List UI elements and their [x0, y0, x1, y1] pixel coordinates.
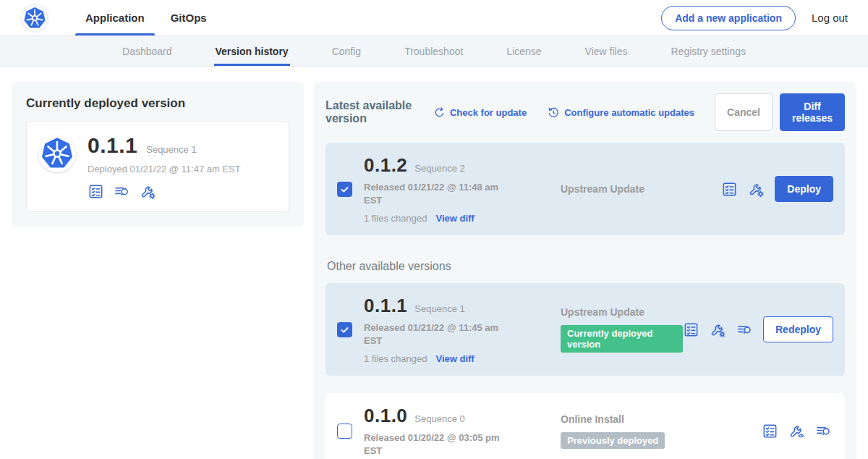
redeploy-button[interactable]: Redeploy: [763, 316, 833, 342]
refresh-icon: [433, 106, 446, 119]
top-navigation: Application GitOps Add a new application…: [0, 0, 868, 36]
release-notes-icon[interactable]: [683, 321, 699, 338]
view-diff-link[interactable]: View diff: [435, 353, 474, 364]
config-icon[interactable]: [748, 181, 765, 198]
configure-auto-updates-link[interactable]: Configure automatic updates: [547, 106, 694, 119]
logout-button[interactable]: Log out: [812, 12, 848, 24]
subnav-tab-config[interactable]: Config: [332, 36, 361, 66]
version-row-0-1-2: 0.1.2 Sequence 2 Released 01/21/22 @ 11:…: [326, 143, 845, 235]
version-history-panel: Latest available version Check for updat…: [314, 82, 856, 459]
version-source-label: Upstream Update: [561, 306, 683, 318]
version-checkbox[interactable]: [337, 182, 352, 197]
version-checkbox[interactable]: [337, 424, 352, 439]
sequence-label: Sequence 1: [414, 303, 464, 314]
deployed-panel-title: Currently deployed version: [26, 96, 289, 111]
files-changed-label: 1 files changed: [364, 213, 427, 224]
kubernetes-logo: [20, 4, 49, 33]
add-application-button[interactable]: Add a new application: [661, 6, 796, 30]
version-number: 0.1.0: [364, 405, 407, 427]
deploy-logs-icon[interactable]: [815, 423, 832, 439]
view-diff-link[interactable]: View diff: [435, 213, 474, 224]
currently-deployed-panel: Currently deployed version 0.1.1 Sequenc…: [12, 82, 304, 227]
tab-gitops[interactable]: GitOps: [158, 0, 220, 35]
deployed-timestamp: Deployed 01/21/22 @ 11:47 am EST: [88, 164, 241, 174]
subnav-tab-version-history[interactable]: Version history: [216, 36, 289, 66]
tab-application[interactable]: Application: [72, 0, 158, 35]
version-source-label: Online Install: [561, 413, 762, 425]
config-icon[interactable]: [710, 321, 726, 338]
sub-navigation: Dashboard Version history Config Trouble…: [0, 36, 868, 67]
cancel-button[interactable]: Cancel: [715, 93, 773, 131]
deploy-logs-icon[interactable]: [736, 321, 753, 338]
release-notes-icon[interactable]: [762, 423, 778, 439]
previously-deployed-badge: Previously deployed: [561, 432, 665, 449]
sequence-label: Sequence 0: [414, 413, 464, 424]
checkmark-icon: [339, 324, 350, 335]
version-checkbox[interactable]: [337, 322, 352, 337]
check-for-update-link[interactable]: Check for update: [433, 106, 527, 119]
released-timestamp: Released 01/21/22 @ 11:48 am EST: [364, 181, 512, 206]
files-changed-label: 1 files changed: [364, 353, 427, 364]
subnav-tab-troubleshoot[interactable]: Troubleshoot: [404, 36, 463, 66]
subnav-tab-dashboard[interactable]: Dashboard: [122, 36, 172, 66]
app-nav-tabs: Application GitOps: [72, 0, 220, 35]
other-versions-title: Other available versions: [327, 260, 845, 273]
subnav-tab-registry-settings[interactable]: Registry settings: [671, 36, 746, 66]
released-timestamp: Released 01/20/22 @ 03:05 pm EST: [364, 431, 512, 457]
currently-deployed-badge: Currently deployed version: [561, 325, 683, 353]
latest-available-title: Latest available version: [326, 99, 422, 125]
checkmark-icon: [339, 184, 350, 195]
config-icon[interactable]: [140, 183, 156, 200]
deployed-version-card: 0.1.1 Sequence 1 Deployed 01/21/22 @ 11:…: [26, 121, 289, 212]
subnav-tab-view-files[interactable]: View files: [585, 36, 628, 66]
auto-update-icon: [547, 106, 560, 119]
version-row-0-1-0: 0.1.0 Sequence 0 Released 01/20/22 @ 03:…: [326, 393, 845, 459]
kubernetes-app-icon: [38, 135, 76, 172]
release-notes-icon[interactable]: [88, 183, 104, 200]
subnav-tab-license[interactable]: License: [506, 36, 541, 66]
deploy-logs-icon[interactable]: [114, 183, 130, 200]
version-number: 0.1.2: [364, 154, 407, 177]
deployed-version-number: 0.1.1: [88, 133, 137, 158]
diff-releases-button[interactable]: Diff releases: [780, 93, 845, 131]
deployed-sequence-label: Sequence 1: [146, 144, 196, 155]
version-source-label: Upstream Update: [561, 183, 721, 195]
version-row-0-1-1: 0.1.1 Sequence 1 Released 01/21/22 @ 11:…: [326, 283, 845, 376]
deploy-button[interactable]: Deploy: [775, 176, 833, 202]
released-timestamp: Released 01/21/22 @ 11:45 am EST: [364, 321, 512, 347]
version-number: 0.1.1: [364, 295, 407, 317]
release-notes-icon[interactable]: [721, 181, 738, 198]
config-view-icon[interactable]: [788, 423, 805, 439]
sequence-label: Sequence 2: [414, 163, 464, 174]
